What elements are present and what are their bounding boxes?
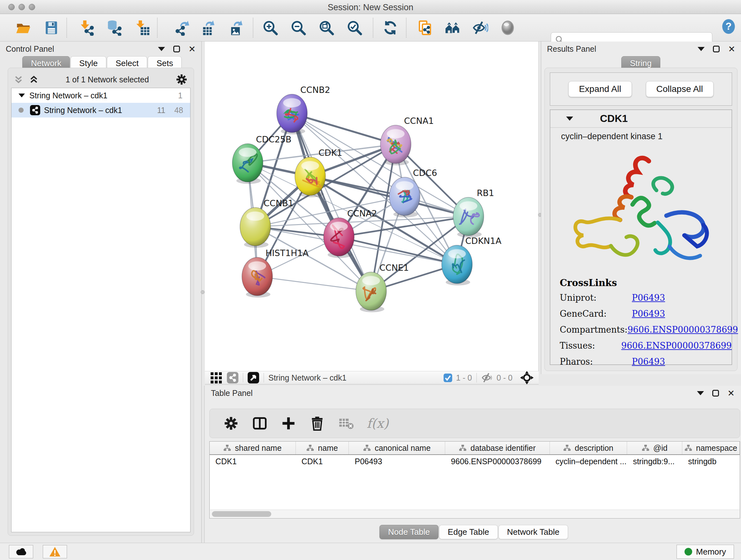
collapse-all-icon[interactable] [13,74,24,85]
expand-all-icon[interactable] [28,74,39,85]
network-node-rb1[interactable]: RB1 [453,188,494,238]
import-database-icon[interactable] [106,20,122,36]
panel-menu-icon[interactable] [697,47,704,51]
copy-network-icon[interactable] [417,20,433,36]
tab-node-table[interactable]: Node Table [380,525,439,539]
left-splitter-handle[interactable] [201,290,205,294]
table-cell: stringdb [682,455,740,468]
toolbar-separator [253,18,253,38]
network-node-ccne1[interactable]: CCNE1 [356,263,409,312]
float-panel-icon[interactable] [712,390,719,396]
network-node-cdkn1a[interactable]: CDKN1A [442,236,502,286]
close-panel-icon[interactable]: ✕ [728,46,735,52]
gear-icon[interactable] [175,73,188,86]
node-table: shared namenamecanonical namedatabase id… [209,441,740,518]
network-edge[interactable] [292,113,396,144]
column-header-namespace[interactable]: namespace [682,442,740,454]
column-header-canonical-name[interactable]: canonical name [349,442,445,454]
column-header-shared-name[interactable]: shared name [210,442,296,454]
crosslinks-heading: CrossLinks [560,277,732,288]
zoom-selected-icon[interactable] [347,20,362,36]
import-network-icon[interactable] [78,20,94,36]
save-session-icon[interactable] [44,20,59,36]
cloud-status-button[interactable] [9,545,33,558]
crosslink-row: Compartments:9606.ENSP00000378699 [560,325,732,334]
open-session-icon[interactable] [15,20,31,36]
crosslink-label: Tissues: [560,341,621,351]
import-table-icon[interactable] [134,20,150,36]
panel-menu-icon[interactable] [697,391,704,395]
close-panel-icon[interactable]: ✕ [188,46,196,52]
network-collection-row[interactable]: String Network – cdk1 1 [11,88,190,103]
hide-selected-icon[interactable] [472,20,488,36]
table-row[interactable]: CDK1CDK1P064939606.ENSP00000378699cyclin… [210,455,740,468]
zoom-out-icon[interactable] [290,20,307,36]
table-hscrollbar[interactable] [210,509,739,518]
export-network-icon[interactable] [174,20,190,36]
float-panel-icon[interactable] [173,46,180,52]
zoom-in-icon[interactable] [262,20,278,36]
network-node-cdc25b[interactable]: CDC25B [232,134,291,184]
string-results-body: Expand All Collapse All CDK1 cyclin–depe… [544,68,738,371]
help-icon[interactable]: ? [721,18,737,35]
network-type-toggle-icon[interactable] [227,372,239,383]
column-header--id[interactable]: @id [627,442,682,454]
close-panel-icon[interactable]: ✕ [727,390,735,396]
table-panel-title: Table Panel [211,388,253,398]
column-header-name[interactable]: name [296,442,349,454]
tab-network-table[interactable]: Network Table [498,525,568,539]
collapse-section-icon[interactable] [566,117,573,121]
crosslink-row: GeneCard:P06493 [560,309,732,319]
show-all-networks-icon[interactable] [445,20,461,36]
grid-view-icon[interactable] [211,372,222,383]
network-view[interactable]: CCNB2CCNA1CDC25BCDK1CDC6RB1CCNB1CCNA2CDK… [205,42,539,371]
network-canvas[interactable]: CCNB2CCNA1CDC25BCDK1CDC6RB1CCNB1CCNA2CDK… [205,42,539,371]
network-node-ccnb2[interactable]: CCNB2 [277,85,330,134]
network-node-cdk1[interactable]: CDK1 [295,148,342,197]
memory-button[interactable]: Memory [677,545,734,559]
table-header-row: shared namenamecanonical namedatabase id… [210,442,740,455]
node-label: CDC6 [413,168,437,178]
warnings-button[interactable] [43,545,67,558]
node-label: CCNB2 [300,85,330,95]
tab-edge-table[interactable]: Edge Table [439,525,498,539]
crosslink-link[interactable]: 9606.ENSP00000378699 [621,341,732,351]
column-header-description[interactable]: description [550,442,627,454]
add-column-icon[interactable] [280,415,296,431]
expand-all-button[interactable]: Expand All [568,81,631,97]
node-label: CCNA1 [404,116,434,126]
selected-nodes-checkbox[interactable] [444,374,452,382]
crosslink-link[interactable]: P06493 [632,293,665,303]
export-image-icon[interactable] [228,20,245,36]
show-columns-icon[interactable] [252,415,268,431]
network-label: String Network – cdk1 [44,106,122,115]
table-settings-gear-icon[interactable] [223,415,239,431]
panel-menu-icon[interactable] [158,47,165,51]
hscrollbar-thumb[interactable] [212,511,271,517]
refresh-icon[interactable] [382,20,398,36]
network-list: String Network – cdk1 1 String Network –… [11,88,191,532]
function-builder-icon[interactable]: f(x) [367,416,389,431]
crosslink-link[interactable]: P06493 [632,309,665,319]
crosslink-link[interactable]: P06493 [632,357,665,367]
fit-content-icon[interactable] [520,370,534,385]
export-table-icon[interactable] [200,20,216,36]
zoom-fit-icon[interactable] [319,20,334,36]
show-sphere-icon[interactable] [500,20,516,36]
table-cell: P06493 [349,455,445,468]
float-panel-icon[interactable] [713,46,720,52]
collapse-all-button[interactable]: Collapse All [646,81,714,97]
network-edge[interactable] [257,276,371,291]
crosslink-link[interactable]: 9606.ENSP00000378699 [627,325,738,334]
birdseye-view-icon[interactable] [248,372,259,383]
network-node-ccna1[interactable]: CCNA1 [381,116,434,165]
node-label: CCNE1 [380,263,409,273]
control-panel-title: Control Panel [6,44,54,54]
delete-column-icon[interactable] [309,415,325,431]
network-node-hist1h1a[interactable]: HIST1H1A [242,248,309,298]
collapse-tree-icon[interactable] [18,94,25,98]
network-row-selected[interactable]: String Network – cdk1 11 48 [11,103,190,118]
hidden-eye-icon[interactable] [481,372,493,383]
column-header-database-identifier[interactable]: database identifier [445,442,550,454]
delete-table-icon[interactable] [338,415,354,431]
